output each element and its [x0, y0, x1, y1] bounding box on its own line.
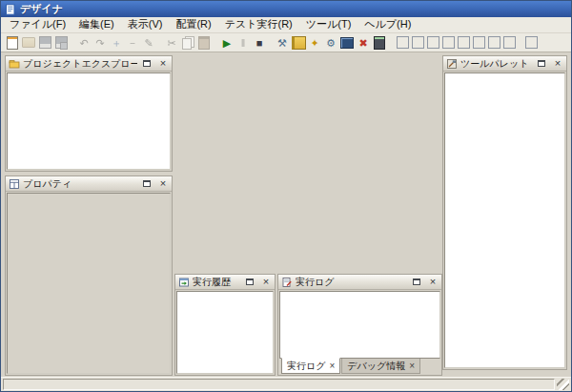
save-icon[interactable] [37, 35, 52, 51]
panel-title: 実行履歴 [193, 276, 240, 289]
panel-title: プロジェクトエクスプローラ [23, 57, 137, 71]
toolbar-separator [517, 35, 523, 51]
tab-debug-info[interactable]: デバッグ情報 × [341, 359, 420, 374]
project-explorer-titlebar[interactable]: プロジェクトエクスプローラ × [6, 56, 172, 72]
menu-layout[interactable]: 配置(R) [169, 16, 217, 33]
close-button[interactable]: × [551, 57, 564, 70]
tab-exec-log[interactable]: 実行ログ × [281, 358, 340, 374]
open-icon[interactable] [21, 35, 36, 51]
status-bar [1, 377, 571, 391]
toolbar: ↶↷＋－✎✂▶‖■⚒✦⚙✖ [1, 33, 571, 52]
panel-title: ツールパレット [460, 57, 532, 71]
tool-palette-content[interactable] [444, 72, 565, 368]
menu-edit[interactable]: 編集(E) [72, 16, 121, 33]
align-right-icon[interactable] [425, 35, 440, 51]
toolbar-separator [70, 35, 76, 51]
menu-test-run[interactable]: テスト実行(R) [218, 16, 299, 33]
remove-node-icon[interactable]: － [125, 35, 140, 51]
float-button[interactable] [140, 177, 153, 190]
float-button[interactable] [243, 276, 256, 288]
properties-titlebar[interactable]: プロパティ × [6, 176, 172, 192]
menu-file[interactable]: ファイル(F) [3, 16, 72, 33]
cut-icon[interactable]: ✂ [164, 35, 179, 51]
run-icon[interactable]: ▶ [219, 35, 235, 51]
close-button[interactable]: × [259, 276, 273, 288]
same-height-icon[interactable] [501, 35, 517, 51]
panel-exec-history: 実行履歴 × [174, 274, 276, 376]
settings-icon[interactable]: ⚙ [323, 35, 338, 51]
toolbar-separator [213, 35, 219, 51]
app-icon[interactable] [5, 4, 16, 15]
pause-icon[interactable]: ‖ [235, 35, 251, 51]
wrench-icon[interactable]: ⚒ [275, 35, 290, 51]
tab-label: デバッグ情報 [347, 360, 405, 373]
highlight-icon[interactable]: ✦ [307, 35, 322, 51]
exec-history-titlebar[interactable]: 実行履歴 × [175, 275, 275, 290]
menu-view[interactable]: 表示(V) [121, 16, 170, 33]
application-window: デザイナ ファイル(F)編集(E)表示(V)配置(R)テスト実行(R)ツール(T… [0, 0, 572, 392]
close-button[interactable]: × [156, 177, 170, 190]
exec-log-content[interactable] [279, 291, 440, 359]
toolbar-separator [157, 35, 164, 51]
panel-tool-palette: ツールパレット × [442, 55, 567, 370]
menu-tools[interactable]: ツール(T) [299, 16, 358, 33]
close-scenario-icon[interactable]: ✖ [356, 35, 371, 51]
edit-node-icon[interactable]: ✎ [141, 35, 156, 51]
grid-icon[interactable] [523, 35, 539, 51]
tab-label: 実行ログ [287, 360, 325, 373]
close-button[interactable]: × [156, 57, 170, 70]
toolbar-separator [388, 35, 395, 51]
log-icon [281, 277, 293, 288]
tab-close-icon[interactable]: × [409, 361, 415, 371]
menu-bar: ファイル(F)編集(E)表示(V)配置(R)テスト実行(R)ツール(T)ヘルプ(… [1, 17, 571, 33]
panel-title: 実行ログ [296, 276, 407, 289]
save-all-icon[interactable] [53, 35, 69, 51]
paste-icon[interactable] [196, 35, 212, 51]
new-document-icon[interactable] [5, 35, 20, 51]
panel-title: プロパティ [23, 177, 137, 191]
toolbar-separator [268, 35, 275, 51]
float-button[interactable] [140, 57, 153, 70]
resize-grip[interactable] [557, 379, 569, 390]
exec-log-tabstrip: 実行ログ × デバッグ情報 × [279, 359, 440, 374]
properties-icon [9, 178, 20, 190]
library-icon[interactable] [291, 35, 306, 51]
panel-properties: プロパティ × [5, 175, 173, 376]
calculator-icon[interactable] [372, 35, 387, 51]
status-message [3, 379, 555, 390]
exec-log-titlebar[interactable]: 実行ログ × [278, 275, 441, 290]
align-left-icon[interactable] [395, 35, 410, 51]
copy-icon[interactable] [180, 35, 195, 51]
history-icon [178, 277, 190, 288]
title-bar[interactable]: デザイナ [1, 1, 571, 17]
tool-palette-titlebar[interactable]: ツールパレット × [443, 56, 566, 72]
stop-icon[interactable]: ■ [252, 35, 267, 51]
add-node-icon[interactable]: ＋ [109, 35, 124, 51]
exec-log-wrap: 実行ログ × デバッグ情報 × [279, 291, 440, 374]
exec-history-content[interactable] [176, 291, 274, 374]
float-button[interactable] [410, 276, 423, 288]
workspace: プロジェクトエクスプローラ × プロパティ × [1, 52, 571, 377]
window-title: デザイナ [20, 1, 63, 17]
folder-icon [9, 58, 20, 70]
redo-icon[interactable]: ↷ [92, 35, 108, 51]
align-center-icon[interactable] [410, 35, 425, 51]
align-middle-icon[interactable] [456, 35, 471, 51]
align-bottom-icon[interactable] [471, 35, 486, 51]
align-top-icon[interactable] [440, 35, 456, 51]
palette-icon [446, 58, 458, 70]
monitor-icon[interactable] [339, 35, 355, 51]
menu-help[interactable]: ヘルプ(H) [358, 16, 418, 33]
panel-project-explorer: プロジェクトエクスプローラ × [5, 55, 173, 172]
same-width-icon[interactable] [486, 35, 501, 51]
float-button[interactable] [535, 57, 548, 70]
properties-content[interactable] [7, 193, 171, 374]
tab-close-icon[interactable]: × [329, 361, 335, 371]
panel-exec-log: 実行ログ × 実行ログ × デバッグ情報 × [277, 274, 442, 376]
undo-icon[interactable]: ↶ [76, 35, 92, 51]
close-button[interactable]: × [426, 276, 439, 288]
project-explorer-content[interactable] [7, 72, 171, 170]
